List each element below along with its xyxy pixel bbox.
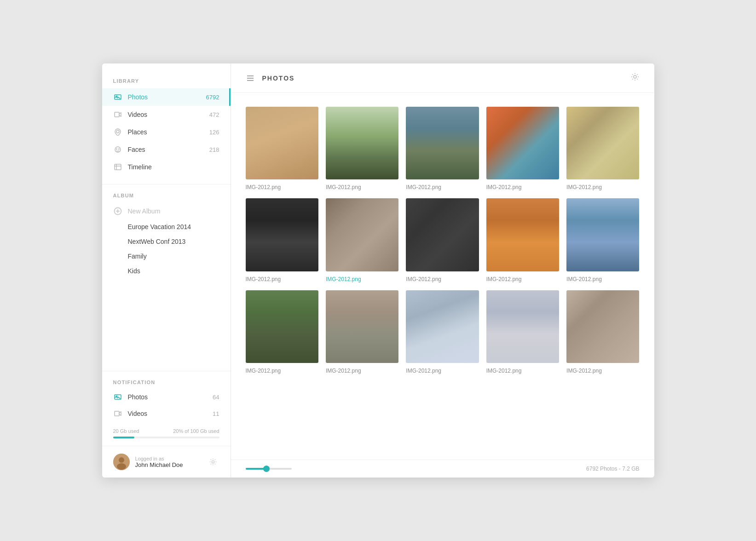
slider-thumb[interactable] xyxy=(263,466,270,472)
photo-name-14: IMG-2012.png xyxy=(486,368,522,374)
notif-videos-label: Videos xyxy=(128,410,213,417)
sidebar-bottom: NOTIFICATION Photos 64 xyxy=(102,363,231,478)
photo-thumb-1 xyxy=(246,107,318,179)
bottom-bar: 6792 Photos - 7.2 GB xyxy=(231,460,654,478)
new-album-button[interactable]: New Album xyxy=(102,203,231,219)
user-login-label: Logged in as xyxy=(135,456,207,461)
photo-thumb-3 xyxy=(406,107,479,179)
photos-icon xyxy=(113,92,122,102)
photo-thumb-8 xyxy=(406,198,479,271)
photo-thumb-5 xyxy=(566,107,639,179)
photo-item-1[interactable]: IMG-2012.png xyxy=(246,107,318,191)
photo-grid-container[interactable]: IMG-2012.png IMG-2012.png IMG-2012.png I… xyxy=(231,93,654,460)
svg-rect-7 xyxy=(115,164,121,170)
photo-name-5: IMG-2012.png xyxy=(566,184,602,190)
photo-name-3: IMG-2012.png xyxy=(406,184,441,190)
svg-point-15 xyxy=(212,460,214,463)
photo-name-9: IMG-2012.png xyxy=(486,276,522,282)
menu-button[interactable] xyxy=(246,74,255,83)
svg-rect-2 xyxy=(115,112,119,117)
notif-photos-item[interactable]: Photos 64 xyxy=(102,389,231,405)
photo-name-15: IMG-2012.png xyxy=(566,368,602,374)
photo-item-5[interactable]: IMG-2012.png xyxy=(566,107,639,191)
sidebar-item-timeline[interactable]: Timeline xyxy=(102,158,231,176)
notification-section-label: NOTIFICATION xyxy=(102,380,231,385)
notif-photos-icon xyxy=(113,392,122,402)
add-album-icon xyxy=(113,207,122,216)
slider-track[interactable] xyxy=(246,468,292,470)
photo-thumb-12 xyxy=(326,290,398,363)
photo-name-11: IMG-2012.png xyxy=(246,368,281,374)
notif-videos-item[interactable]: Videos 11 xyxy=(102,405,231,422)
timeline-label: Timeline xyxy=(128,163,219,171)
album-family[interactable]: Family xyxy=(102,249,231,264)
notif-videos-count: 11 xyxy=(213,410,219,417)
sidebar-divider-1 xyxy=(102,184,231,184)
photos-count: 6792 xyxy=(206,94,219,101)
photo-thumb-4 xyxy=(486,107,559,179)
photo-name-2: IMG-2012.png xyxy=(326,184,361,190)
notif-photos-label: Photos xyxy=(128,393,213,401)
faces-count: 218 xyxy=(209,146,219,153)
album-europe-label: Europe Vacation 2014 xyxy=(128,223,191,230)
album-family-label: Family xyxy=(128,253,147,260)
sidebar-item-places[interactable]: Places 126 xyxy=(102,123,231,141)
photo-name-7: IMG-2012.png xyxy=(326,276,361,282)
storage-bar-bg xyxy=(113,437,219,438)
sidebar-divider-2 xyxy=(102,371,231,371)
avatar xyxy=(113,454,130,470)
photo-item-13[interactable]: IMG-2012.png xyxy=(406,290,479,374)
user-settings-button[interactable] xyxy=(207,455,219,468)
main-content: PHOTOS IMG-2012.png IMG-2012.png xyxy=(231,63,654,478)
photo-item-15[interactable]: IMG-2012.png xyxy=(566,290,639,374)
photo-item-6[interactable]: IMG-2012.png xyxy=(246,198,318,282)
zoom-slider[interactable] xyxy=(246,468,292,470)
photo-thumb-10 xyxy=(566,198,639,271)
photo-grid: IMG-2012.png IMG-2012.png IMG-2012.png I… xyxy=(246,107,640,374)
photo-item-7[interactable]: IMG-2012.png xyxy=(326,198,398,282)
photo-name-1: IMG-2012.png xyxy=(246,184,281,190)
photo-item-4[interactable]: IMG-2012.png xyxy=(486,107,559,191)
photo-item-10[interactable]: IMG-2012.png xyxy=(566,198,639,282)
storage-total-label: 20% of 100 Gb used xyxy=(173,428,219,434)
album-nextweb[interactable]: NextWeb Conf 2013 xyxy=(102,234,231,249)
photo-name-10: IMG-2012.png xyxy=(566,276,602,282)
user-footer: Logged in as John Michael Doe xyxy=(102,446,231,478)
album-kids[interactable]: Kids xyxy=(102,264,231,278)
svg-point-14 xyxy=(117,463,126,470)
photo-item-12[interactable]: IMG-2012.png xyxy=(326,290,398,374)
sidebar-item-photos[interactable]: Photos 6792 xyxy=(102,88,231,106)
photo-thumb-14 xyxy=(486,290,559,363)
photo-thumb-9 xyxy=(486,198,559,271)
photo-name-13: IMG-2012.png xyxy=(406,368,441,374)
photo-thumb-13 xyxy=(406,290,479,363)
storage-bar-container: 20 Gb used 20% of 100 Gb used xyxy=(102,422,231,441)
svg-point-5 xyxy=(116,149,117,150)
storage-bar-fill xyxy=(113,437,134,438)
photo-item-8[interactable]: IMG-2012.png xyxy=(406,198,479,282)
album-europe[interactable]: Europe Vacation 2014 xyxy=(102,219,231,234)
sidebar-item-videos[interactable]: Videos 472 xyxy=(102,106,231,123)
sidebar-item-faces[interactable]: Faces 218 xyxy=(102,141,231,158)
header-settings-button[interactable] xyxy=(630,72,640,84)
notif-videos-icon xyxy=(113,409,122,418)
photo-item-2[interactable]: IMG-2012.png xyxy=(326,107,398,191)
photo-thumb-7 xyxy=(326,198,398,271)
photo-thumb-11 xyxy=(246,290,318,363)
photo-thumb-6 xyxy=(246,198,318,271)
photo-item-14[interactable]: IMG-2012.png xyxy=(486,290,559,374)
album-section-label: ALBUM xyxy=(102,193,231,198)
album-kids-label: Kids xyxy=(128,267,140,275)
photo-item-11[interactable]: IMG-2012.png xyxy=(246,290,318,374)
places-icon xyxy=(113,127,122,137)
videos-count: 472 xyxy=(209,111,219,118)
storage-labels: 20 Gb used 20% of 100 Gb used xyxy=(113,428,219,434)
faces-icon xyxy=(113,145,122,154)
photos-label: Photos xyxy=(128,93,206,101)
videos-icon xyxy=(113,110,122,119)
photo-item-9[interactable]: IMG-2012.png xyxy=(486,198,559,282)
library-section-label: LIBRARY xyxy=(102,78,231,84)
photo-thumb-15 xyxy=(566,290,639,363)
album-nextweb-label: NextWeb Conf 2013 xyxy=(128,238,186,245)
photo-item-3[interactable]: IMG-2012.png xyxy=(406,107,479,191)
